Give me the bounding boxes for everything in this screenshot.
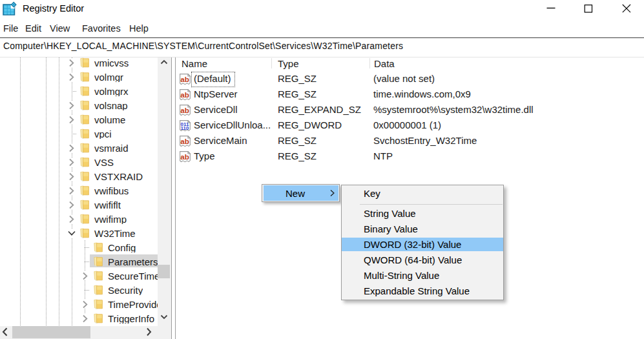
- svg-text:ab: ab: [180, 75, 189, 83]
- svg-text:ab: ab: [180, 106, 189, 114]
- svg-text:ab: ab: [180, 137, 189, 145]
- svg-text:ab: ab: [180, 152, 189, 161]
- svg-text:ab: ab: [180, 90, 189, 99]
- svg-text:110: 110: [181, 125, 189, 131]
